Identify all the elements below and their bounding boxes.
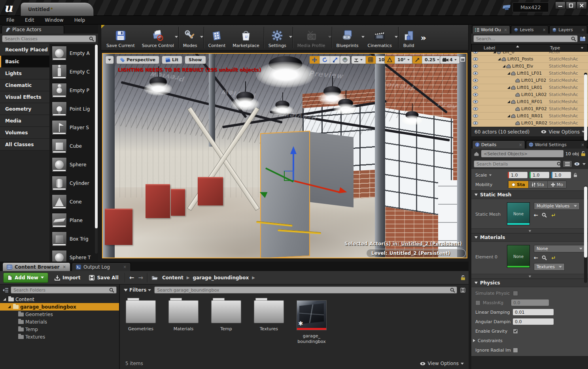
tree-item-materials[interactable]: Materials	[0, 318, 119, 326]
details-scrollbar[interactable]	[584, 186, 587, 283]
category-basic[interactable]: Basic	[0, 56, 49, 68]
visibility-eye-icon[interactable]	[473, 85, 478, 90]
expand-icon[interactable]	[507, 72, 510, 75]
actor-item-cylinder[interactable]: Cylinder	[49, 174, 98, 192]
visibility-eye-icon[interactable]	[473, 71, 478, 76]
media-profile-button[interactable]: Media Profile	[294, 26, 331, 49]
category-lights[interactable]: Lights	[0, 68, 49, 79]
mass-override-checkbox[interactable]	[475, 300, 480, 305]
import-button[interactable]: Import	[52, 275, 83, 281]
close-tab-icon[interactable]: ×	[581, 28, 584, 32]
outliner-row[interactable]: Lift01_LF02 StaticMeshAc	[471, 77, 588, 84]
viewport[interactable]: Preview Preview Preview Preview Preview …	[102, 53, 467, 258]
textures-button[interactable]: Textures	[534, 263, 565, 271]
asset-tile-garage-boundingbox[interactable]: ✱ garage_ boundingbox	[295, 300, 329, 356]
outliner-row[interactable]: Lift01_RF02 StaticMeshAc	[471, 105, 588, 113]
visibility-eye-icon[interactable]	[473, 113, 478, 119]
tab-world-outliner[interactable]: World Ou×	[472, 25, 510, 34]
materials-expander[interactable]	[471, 274, 588, 279]
modes-button[interactable]: Modes	[180, 26, 203, 49]
scale-z-input[interactable]: 1.0	[551, 172, 571, 178]
mobility-movable-option[interactable]: Mo	[547, 181, 566, 188]
tree-item-textures[interactable]: Textures	[0, 333, 119, 341]
expand-icon[interactable]	[498, 58, 501, 60]
expand-icon[interactable]	[507, 100, 510, 103]
tree-item-geometries[interactable]: Geometries	[0, 311, 119, 318]
cinematics-button[interactable]: Cinematics	[364, 26, 397, 49]
actor-item-sphere[interactable]: Sphere	[49, 155, 98, 174]
scale-snap-toggle[interactable]	[412, 56, 422, 64]
physics-section-header[interactable]: Physics	[471, 279, 588, 287]
tab-place-actors[interactable]: Place Actors	[2, 25, 64, 34]
browse-search-icon[interactable]	[542, 213, 547, 218]
outliner-row[interactable]: Lift_0 Actor	[471, 52, 588, 56]
show-button[interactable]: Show	[185, 56, 206, 64]
build-button[interactable]: Build	[399, 26, 418, 49]
details-search-input[interactable]	[474, 160, 561, 168]
outliner-row[interactable]: Lift01_RR01 StaticMeshAc	[471, 113, 588, 120]
actor-item-plane[interactable]: Plane	[49, 211, 98, 230]
category-volumes[interactable]: Volumes	[0, 127, 49, 139]
ignore-radial-checkbox[interactable]	[513, 348, 518, 353]
enable-gravity-checkbox[interactable]	[513, 329, 518, 334]
tab-world-settings[interactable]: World Settings×	[526, 140, 587, 149]
asset-search-input[interactable]	[154, 286, 457, 294]
actor-item-cube[interactable]: Cube	[49, 137, 98, 155]
mobility-stationary-option[interactable]: Sta	[528, 181, 547, 188]
actor-item-sphere-trigger[interactable]: Sphere T	[49, 248, 98, 262]
blueprints-button[interactable]: Blueprints	[333, 26, 364, 49]
scale-tool-button[interactable]	[330, 56, 340, 64]
menu-help[interactable]: Help	[74, 17, 85, 23]
close-button[interactable]	[577, 2, 587, 9]
close-tab-icon[interactable]: ×	[504, 28, 507, 32]
outliner-row[interactable]: Lift01_Elv StaticMeshAc	[471, 63, 588, 70]
actor-item-empty-actor[interactable]: Empty A	[49, 44, 98, 62]
category-visual-effects[interactable]: Visual Effects	[0, 91, 49, 103]
scale-snap-value[interactable]: 0.25	[422, 56, 442, 64]
actor-item-box-trigger[interactable]: Box Trig	[49, 230, 98, 248]
rotate-tool-button[interactable]	[320, 56, 330, 64]
outliner-row[interactable]: Lift01_LR02 StaticMeshAc	[471, 91, 588, 98]
tab-content-browser[interactable]: Content Browser×	[2, 262, 70, 271]
actor-item-empty-character[interactable]: Empty C	[49, 62, 98, 81]
linear-damping-input[interactable]: 0.01	[513, 309, 554, 315]
category-cinematic[interactable]: Cinematic	[0, 79, 49, 91]
content-button[interactable]: Content	[205, 26, 229, 49]
tab-layers[interactable]: Layers×	[549, 25, 587, 34]
user-badge[interactable]: Max422	[512, 2, 549, 12]
breadcrumb-content[interactable]: Content	[162, 275, 183, 281]
viewport-options-dropdown[interactable]	[105, 56, 114, 64]
outliner-row[interactable]: Lift01_RF01 StaticMeshAc	[471, 98, 588, 105]
media-profile-dropdown-caret[interactable]	[328, 36, 331, 38]
menu-window[interactable]: Window	[45, 17, 63, 23]
outliner-row[interactable]: Lift01_RR02 StaticMeshAc	[471, 120, 588, 127]
document-tab[interactable]: Untitled*	[21, 2, 94, 16]
filters-button[interactable]: Filters	[124, 287, 151, 293]
scale-x-input[interactable]: 1.0	[508, 172, 527, 178]
material-thumbnail[interactable]: None	[507, 245, 530, 268]
folder-tile-geometries[interactable]: Geometries	[124, 300, 158, 356]
save-all-button[interactable]: Save All	[87, 275, 121, 281]
close-tab-icon[interactable]: ×	[123, 265, 127, 269]
outliner-column-header[interactable]: Label Type	[471, 44, 588, 52]
selected-static-mesh-wall[interactable]	[260, 132, 355, 258]
visibility-eye-icon[interactable]	[473, 120, 478, 126]
source-control-button[interactable]: Source Control	[138, 26, 178, 49]
menu-file[interactable]: File	[6, 17, 14, 23]
outliner-scrollbar[interactable]	[584, 73, 587, 147]
static-mesh-expander[interactable]	[471, 228, 588, 233]
toolbar-overflow-chevron[interactable]: »	[421, 33, 426, 43]
actor-item-empty-pawn[interactable]: Empty P	[49, 81, 98, 100]
globe-button[interactable]	[340, 56, 350, 64]
save-current-button[interactable]: Save Current	[103, 26, 138, 49]
simulate-physics-checkbox[interactable]	[513, 291, 518, 296]
details-grid-button[interactable]	[563, 160, 572, 168]
back-arrow-icon[interactable]: ←	[129, 274, 134, 281]
outliner-row[interactable]: Lift01_LF01 StaticMeshAc	[471, 70, 588, 77]
close-tab-icon[interactable]: ×	[543, 28, 546, 32]
browse-search-icon[interactable]	[542, 255, 547, 260]
static-mesh-thumbnail[interactable]: None	[507, 202, 530, 225]
perspective-button[interactable]: Perspective	[116, 56, 159, 64]
tree-item-content[interactable]: Content	[0, 296, 119, 303]
lit-button[interactable]: Lit	[162, 56, 182, 64]
